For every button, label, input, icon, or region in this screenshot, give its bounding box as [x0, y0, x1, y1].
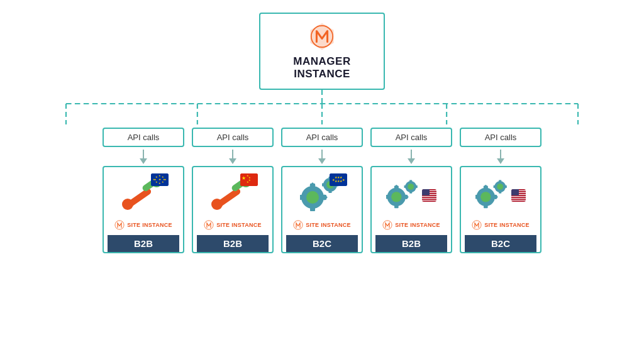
arrow-5	[460, 150, 541, 164]
svg-text:★: ★	[164, 178, 167, 181]
site-instance-label-3: SITE INSTANCE	[293, 220, 351, 230]
svg-point-37	[306, 191, 319, 204]
svg-point-78	[497, 184, 503, 190]
svg-rect-72	[484, 204, 488, 209]
site-instance-label-5: SITE INSTANCE	[472, 220, 530, 230]
type-badge-1: B2B	[108, 235, 179, 252]
api-row: API calls API calls API calls API calls …	[19, 128, 625, 147]
instances-row: ★ ★ ★ ★ ★ ★ ★ ★ ★ ★ ★ ✦	[19, 166, 625, 253]
api-box-2: API calls	[192, 128, 274, 147]
svg-text:★: ★	[247, 180, 249, 184]
svg-text:★: ★	[158, 182, 161, 185]
svg-rect-59	[386, 195, 389, 199]
mini-magento-logo-2	[204, 220, 214, 230]
svg-rect-48	[322, 184, 325, 187]
instance-card-4: SITE INSTANCE B2B	[370, 166, 452, 253]
svg-rect-73	[475, 195, 479, 199]
eu-flag-3: ★★★ ★★★ ★ ★	[330, 173, 347, 186]
svg-point-56	[391, 192, 401, 202]
svg-rect-65	[409, 180, 412, 183]
instance-icon-area-3: ★★★ ★★★ ★ ★	[297, 173, 347, 217]
arrow-1	[103, 150, 184, 164]
api-box-4: API calls	[370, 128, 452, 147]
svg-rect-82	[504, 185, 507, 188]
site-instance-text-3: SITE INSTANCE	[306, 222, 351, 228]
site-instance-label-2: SITE INSTANCE	[204, 220, 262, 230]
instance-icon-area-1: ★ ★ ★ ★ ★ ★ ★ ★ ★ ★ ★ ✦	[118, 173, 169, 217]
instance-card-3: ★★★ ★★★ ★ ★ SITE INSTANCE B2C	[281, 166, 363, 253]
svg-text:★: ★	[158, 174, 161, 177]
svg-point-70	[480, 192, 491, 202]
type-badge-5: B2C	[465, 235, 536, 252]
manager-instance-box: MANAGER INSTANCE	[259, 13, 385, 90]
eu-flag-1: ★ ★ ★ ★ ★ ★ ★ ★ ★ ★ ★ ✦	[151, 173, 169, 186]
arrow-3	[281, 150, 363, 164]
type-badge-3: B2C	[286, 235, 358, 252]
instance-card-1: ★ ★ ★ ★ ★ ★ ★ ★ ★ ★ ★ ✦	[103, 166, 184, 253]
instance-card-5: SITE INSTANCE B2C	[460, 166, 541, 253]
site-instance-text-5: SITE INSTANCE	[484, 222, 530, 228]
instance-icon-area-2: ★ ★ ★ ★ ★	[208, 173, 258, 217]
svg-text:★: ★	[155, 180, 158, 184]
instance-icon-area-5	[475, 173, 526, 217]
type-badge-2: B2B	[197, 235, 269, 252]
instance-card-2: ★ ★ ★ ★ ★ SITE INSTANCE B2B	[192, 166, 274, 253]
mini-magento-logo-1	[114, 220, 125, 230]
cn-flag-2: ★ ★ ★ ★ ★	[240, 173, 258, 186]
mini-magento-logo-5	[472, 220, 482, 230]
api-box-3: API calls	[281, 128, 363, 147]
svg-rect-47	[329, 190, 332, 193]
manager-title: MANAGER INSTANCE	[293, 55, 350, 81]
gear-us-icon-5	[475, 175, 511, 216]
diagram-container: MANAGER INSTANCE API calls API calls API…	[0, 0, 644, 362]
us-flag-4	[422, 189, 436, 202]
svg-rect-58	[394, 204, 399, 209]
site-instance-label-4: SITE INSTANCE	[382, 220, 440, 230]
svg-rect-81	[494, 185, 496, 188]
magento-logo-icon	[307, 21, 337, 52]
api-box-1: API calls	[103, 128, 184, 147]
svg-rect-79	[499, 180, 501, 183]
svg-rect-40	[300, 195, 304, 200]
us-flag-5	[511, 189, 526, 202]
svg-rect-80	[499, 191, 501, 194]
svg-text:★: ★	[242, 175, 246, 181]
api-box-5: API calls	[460, 128, 541, 147]
svg-rect-67	[404, 185, 407, 188]
site-instance-label-1: SITE INSTANCE	[114, 220, 172, 230]
arrow-2	[192, 150, 274, 164]
svg-rect-66	[409, 191, 412, 194]
connector-lines	[19, 90, 625, 128]
svg-point-8	[122, 199, 133, 210]
svg-point-64	[408, 184, 414, 190]
gear-us-icon-4	[386, 175, 422, 216]
svg-point-26	[211, 199, 223, 210]
site-instance-text-4: SITE INSTANCE	[395, 222, 440, 228]
arrows-row	[19, 148, 625, 166]
arrow-4	[370, 150, 452, 164]
mini-magento-logo-3	[293, 220, 303, 230]
site-instance-text-1: SITE INSTANCE	[127, 222, 172, 228]
instance-icon-area-4	[386, 173, 436, 217]
svg-rect-39	[310, 206, 315, 211]
svg-rect-68	[415, 185, 418, 188]
mini-magento-logo-4	[382, 220, 392, 230]
type-badge-4: B2B	[375, 235, 447, 252]
site-instance-text-2: SITE INSTANCE	[216, 222, 262, 228]
svg-text:★: ★	[153, 178, 155, 181]
svg-text:★: ★	[155, 175, 158, 178]
